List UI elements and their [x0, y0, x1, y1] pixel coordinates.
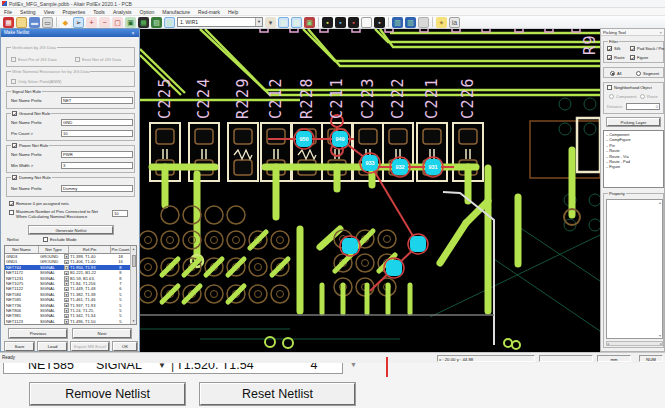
move-tool-icon[interactable]: ◆	[60, 17, 71, 28]
netlist-header-ref-pin[interactable]: Ref-Pin	[69, 246, 111, 254]
layer-view-icon[interactable]: ▧	[151, 17, 162, 28]
ground-prefix-input[interactable]: GND	[61, 119, 133, 126]
menu-item-properties[interactable]: Properties	[58, 8, 89, 16]
property-box[interactable]: ▴ ▾	[606, 199, 663, 339]
route2-radio[interactable]	[640, 94, 645, 99]
power-prefix-input[interactable]: PWR	[61, 151, 133, 158]
netlist-grid-icon[interactable]: ▦	[3, 17, 14, 28]
menu-item-red-mark[interactable]: Red-mark	[194, 8, 224, 16]
open-folder-icon[interactable]	[16, 17, 27, 28]
net-color1-icon[interactable]: ▥	[392, 17, 403, 28]
print-icon[interactable]: ▭	[42, 17, 53, 28]
save-button[interactable]: Save	[5, 342, 34, 351]
select-tool-icon[interactable]: ➢	[73, 17, 84, 28]
ground-net-checkbox[interactable]	[12, 111, 17, 116]
property-hscrollbar[interactable]: ◂▸	[606, 341, 663, 346]
layer-combobox[interactable]: 1. WIR1▼	[177, 17, 263, 27]
menu-item-analysis[interactable]: Analysis	[109, 8, 136, 16]
bottom-layer-icon[interactable]: ▩	[291, 17, 302, 28]
next-button[interactable]: Next	[73, 329, 131, 338]
property-scroll-down-icon[interactable]: ▾	[659, 333, 661, 338]
exclude-mode-checkbox[interactable]	[43, 237, 48, 242]
all-radio[interactable]	[610, 71, 615, 76]
neighborhood-checkbox[interactable]	[607, 85, 612, 90]
board-view-icon[interactable]: ▦	[138, 17, 149, 28]
dialog-title[interactable]: Make Netlist	[1, 29, 139, 37]
pcb-via[interactable]	[340, 236, 360, 256]
menu-item-setting[interactable]: Setting	[16, 8, 40, 16]
property-scroll-up-icon[interactable]: ▴	[659, 200, 661, 205]
zoom-out-icon[interactable]: −	[99, 17, 110, 28]
pcb-via[interactable]	[408, 234, 428, 254]
info-icon[interactable]: ia	[449, 17, 460, 28]
net-color2-icon[interactable]: ▥	[405, 17, 416, 28]
figure-checkbox[interactable]	[630, 55, 635, 60]
dark-layer1-icon[interactable]: ▪	[322, 17, 333, 28]
measure-icon[interactable]: ⌖	[436, 17, 447, 28]
pcb-footprint-r229[interactable]	[228, 123, 258, 181]
ground-pin-input[interactable]: 10	[61, 130, 133, 137]
pad-layer-icon[interactable]: ▣	[304, 17, 315, 28]
panel-close-icon[interactable]: ×	[659, 29, 662, 36]
export-excel-button[interactable]: Export MS Excel	[71, 342, 109, 351]
zoom-in-icon[interactable]: +	[86, 17, 97, 28]
silver-point-checkbox[interactable]	[11, 79, 16, 84]
load-button[interactable]: Load	[38, 342, 67, 351]
disabled-tool-icon[interactable]	[418, 17, 429, 28]
layer-view2-icon[interactable]: ▨	[164, 17, 175, 28]
white-layer-icon[interactable]	[361, 17, 372, 28]
fit-view-icon[interactable]: ▣	[125, 17, 136, 28]
save-icon[interactable]: ▬	[29, 17, 40, 28]
menu-item-manufacture[interactable]: Manufacture	[158, 8, 194, 16]
max-pins-checkbox[interactable]	[9, 210, 14, 215]
pcb-via-931[interactable]: 931	[423, 157, 443, 177]
exist-pin-checkbox[interactable]	[11, 57, 16, 62]
netlist-row-net1123[interactable]: NET1123SIGNAL▼T1.496, T1.505	[5, 319, 136, 324]
dark-layer2-icon[interactable]: ▪	[335, 17, 346, 28]
picking-tool-title[interactable]: ×Picking Tool	[601, 29, 664, 36]
signal-prefix-input[interactable]: NET	[61, 97, 133, 104]
pcb-canvas[interactable]: 950949933932931 C225C224R229C212R228C211…	[140, 29, 600, 352]
power-width-input[interactable]: 3	[61, 162, 133, 169]
component-radio[interactable]	[609, 94, 614, 99]
route-checkbox[interactable]	[607, 55, 612, 60]
menu-item-tools[interactable]: Tools	[89, 8, 109, 16]
previous-button[interactable]: Previous	[9, 329, 67, 338]
ok-button[interactable]: OK	[113, 342, 137, 351]
netlist-header-net-type[interactable]: Net Type	[39, 246, 69, 254]
pcb-via-950[interactable]: 950	[294, 129, 314, 149]
netlist-scrollbar[interactable]: ▲▼	[130, 246, 136, 324]
zoom-window-icon[interactable]: ▢	[112, 17, 123, 28]
generate-netlist-button[interactable]: Generate Netlist	[29, 226, 113, 234]
pcb-via[interactable]	[384, 258, 404, 278]
dropdown-apply-icon[interactable]: ▾	[265, 17, 276, 28]
dark-layer3-icon[interactable]: ▪	[348, 17, 359, 28]
remove-netlist-button[interactable]: Remove Netlist	[30, 383, 185, 405]
layer-combo-arrow-icon[interactable]: ▼	[255, 18, 262, 26]
power-net-checkbox[interactable]	[12, 143, 17, 148]
netlist-header-pin-count[interactable]: Pin Count	[111, 246, 131, 254]
dummy-net-checkbox[interactable]	[12, 175, 17, 180]
exist-net-checkbox[interactable]	[75, 57, 80, 62]
pcb-via-949[interactable]: 949	[330, 129, 350, 149]
pcb-via-932[interactable]: 932	[390, 157, 410, 177]
remove-zero-checkbox[interactable]	[9, 201, 14, 206]
netlist-header-net-name[interactable]: Net Name	[5, 246, 39, 254]
menu-item-help[interactable]: Help	[224, 8, 242, 16]
top-layer-icon[interactable]: ▩	[278, 17, 289, 28]
dummy-prefix-input[interactable]: Dummy	[61, 185, 133, 192]
pcb-footprint-c224[interactable]	[189, 123, 219, 181]
menu-item-view[interactable]: View	[40, 8, 59, 16]
padstack-checkbox[interactable]	[630, 46, 635, 51]
dialog-close-icon[interactable]: ×	[129, 30, 137, 36]
pcb-view[interactable]: 950949933932931 C225C224R229C212R228C211…	[140, 29, 600, 352]
menu-item-option[interactable]: Option	[136, 8, 159, 16]
picking-layer-button[interactable]: Picking Layer	[607, 118, 660, 126]
reset-netlist-button[interactable]: Reset Netlist	[200, 383, 355, 405]
dark-layer4-icon[interactable]: ▪	[374, 17, 385, 28]
menu-item-file[interactable]: File	[0, 8, 16, 16]
max-pins-input[interactable]: 10	[112, 210, 128, 217]
segment-radio[interactable]	[636, 71, 641, 76]
distance-input[interactable]: 0	[626, 103, 660, 110]
tree-item-figure[interactable]: – Figure	[606, 164, 663, 169]
